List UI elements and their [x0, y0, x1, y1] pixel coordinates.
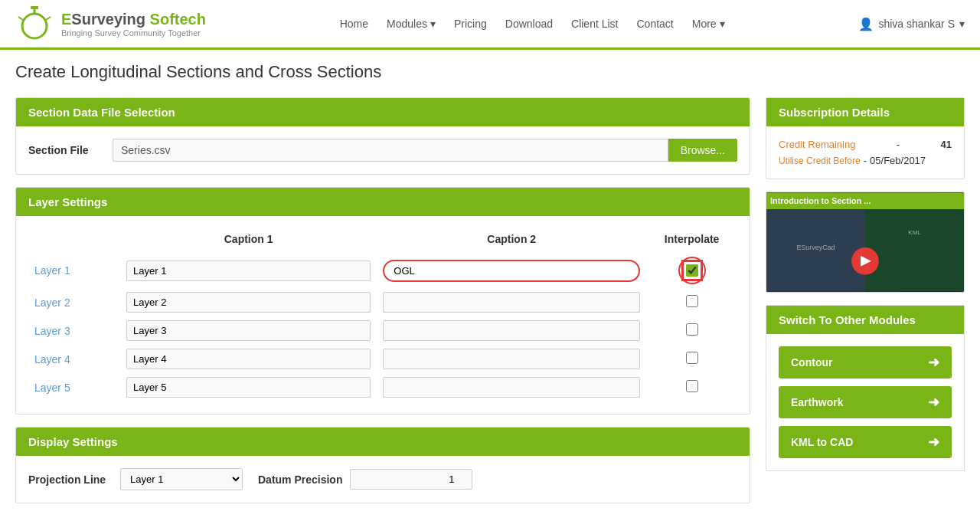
section-file-label: Section File	[28, 144, 105, 156]
arrow-icon: ➜	[928, 354, 939, 371]
svg-rect-4	[31, 6, 38, 9]
svg-line-2	[18, 17, 23, 20]
video-bg: Introduction to Section ... ESurveyCad K…	[766, 192, 964, 292]
module-btn-earthwork[interactable]: Earthwork➜	[779, 386, 952, 418]
nav-more[interactable]: More ▾	[692, 18, 725, 30]
layer-caption2-input-2[interactable]	[383, 292, 640, 313]
interpolate-highlight-1	[678, 257, 706, 284]
table-row: Layer 3	[28, 316, 737, 345]
user-menu[interactable]: 👤 shiva shankar S ▾	[858, 17, 965, 31]
interpolate-checkbox-5[interactable]	[686, 380, 698, 392]
layer-caption1-5	[120, 373, 377, 401]
module-label: KML to CAD	[791, 436, 853, 448]
switch-modules-body: Contour➜Earthwork➜KML to CAD➜	[766, 334, 964, 470]
svg-point-0	[22, 14, 47, 38]
layer-interpolate-2	[646, 288, 737, 316]
credit-row: Credit Remaining - 41	[779, 139, 952, 150]
chevron-down-icon: ▾	[720, 18, 725, 30]
nav-pricing[interactable]: Pricing	[454, 18, 487, 30]
layer-caption1-3	[120, 316, 377, 345]
svg-text:Introduction to Section ...: Introduction to Section ...	[770, 196, 871, 205]
layer-caption2-input-1[interactable]	[383, 260, 640, 282]
user-icon: 👤	[858, 17, 874, 31]
layer-caption1-input-2[interactable]	[126, 292, 371, 313]
interpolate-checkbox-2[interactable]	[686, 295, 698, 307]
module-btn-contour[interactable]: Contour➜	[779, 346, 952, 378]
switch-modules-card: Switch To Other Modules Contour➜Earthwor…	[766, 305, 965, 471]
interpolate-checkbox-3[interactable]	[686, 323, 698, 336]
layer-interpolate-4	[646, 345, 737, 373]
layer-interpolate-1	[646, 253, 737, 288]
subscription-body: Credit Remaining - 41 Utilise Credit Bef…	[766, 126, 964, 179]
username: shiva shankar S	[878, 18, 955, 30]
arrow-icon: ➜	[928, 394, 939, 411]
right-column: Subscription Details Credit Remaining - …	[766, 97, 965, 516]
layer-label-5: Layer 5	[28, 373, 120, 401]
video-frame-svg: Introduction to Section ... ESurveyCad K…	[766, 192, 964, 292]
video-inner: Introduction to Section ... ESurveyCad K…	[766, 192, 964, 292]
file-input-display: Series.csv	[113, 139, 668, 162]
display-settings-body: Projection Line Layer 1Layer 2Layer 3Lay…	[16, 456, 750, 503]
switch-modules-header: Switch To Other Modules	[766, 306, 964, 334]
subscription-header: Subscription Details	[766, 98, 964, 126]
table-row: Layer 2	[28, 288, 737, 316]
subscription-card: Subscription Details Credit Remaining - …	[766, 97, 965, 179]
credit-label: Credit Remaining	[779, 139, 855, 150]
projection-line-select[interactable]: Layer 1Layer 2Layer 3Layer 4Layer 5	[120, 468, 243, 490]
brand-name: ESurveying Softech	[61, 11, 206, 28]
layer-caption1-input-1[interactable]	[126, 260, 371, 281]
datum-precision-label: Datum Precision	[258, 473, 342, 486]
video-card: Introduction to Section ... ESurveyCad K…	[766, 192, 965, 293]
utilise-dash: -	[864, 155, 867, 166]
layer-caption2-input-3[interactable]	[383, 320, 640, 341]
brand-e: E	[61, 11, 71, 28]
datum-precision-field: Datum Precision	[258, 469, 472, 490]
layer-label-3: Layer 3	[28, 316, 120, 345]
section-data-body: Section File Series.csv Browse...	[16, 126, 750, 174]
display-settings-card: Display Settings Projection Line Layer 1…	[15, 427, 750, 503]
layer-table: Caption 1 Caption 2 Interpolate Layer 1L…	[28, 228, 737, 401]
datum-precision-input[interactable]	[350, 469, 472, 490]
layer-settings-card: Layer Settings Caption 1 Caption 2 Inter…	[15, 187, 750, 415]
layer-settings-body: Caption 1 Caption 2 Interpolate Layer 1L…	[16, 216, 750, 414]
layer-caption1-input-4[interactable]	[126, 349, 371, 369]
brand-tagline: Bringing Survey Community Together	[61, 28, 206, 38]
interpolate-checkbox-4[interactable]	[686, 352, 698, 364]
nav-home[interactable]: Home	[340, 18, 368, 30]
layer-caption1-input-3[interactable]	[126, 320, 371, 341]
nav-contact[interactable]: Contact	[637, 18, 674, 30]
layer-caption2-input-4[interactable]	[383, 349, 640, 369]
col-interpolate: Interpolate	[646, 228, 737, 253]
interpolate-checkbox-1[interactable]	[686, 264, 698, 277]
module-label: Earthwork	[791, 396, 843, 408]
svg-text:KML: KML	[908, 229, 921, 236]
credit-value: 41	[941, 139, 952, 150]
section-file-row: Section File Series.csv Browse...	[28, 139, 737, 162]
layer-caption2-input-5[interactable]	[383, 377, 640, 398]
brand-softech: Softech	[145, 11, 206, 28]
layer-interpolate-5	[646, 373, 737, 401]
user-dropdown-icon: ▾	[959, 18, 965, 30]
layer-caption1-2	[120, 288, 377, 316]
layer-caption2-5	[377, 373, 646, 401]
svg-line-3	[46, 17, 51, 20]
table-row: Layer 1	[28, 253, 737, 288]
layer-caption2-4	[377, 345, 646, 373]
video-thumbnail[interactable]: Introduction to Section ... ESurveyCad K…	[766, 192, 964, 292]
nav-client-list[interactable]: Client List	[571, 18, 618, 30]
module-btn-kml-to-cad[interactable]: KML to CAD➜	[779, 426, 952, 458]
layer-settings-header: Layer Settings	[16, 188, 750, 216]
nav-download[interactable]: Download	[505, 18, 553, 30]
page-title: Create Longitudinal Sections and Cross S…	[0, 50, 980, 82]
display-form: Projection Line Layer 1Layer 2Layer 3Lay…	[28, 468, 737, 490]
arrow-icon: ➜	[928, 434, 939, 451]
layer-caption2-3	[377, 316, 646, 345]
layer-caption1-input-5[interactable]	[126, 377, 371, 398]
layer-caption1-4	[120, 345, 377, 373]
layer-caption1-1	[120, 253, 377, 288]
left-column: Section Data File Selection Section File…	[15, 97, 750, 516]
layer-label-2: Layer 2	[28, 288, 120, 316]
nav-modules[interactable]: Modules ▾	[387, 18, 436, 30]
nav-links: Home Modules ▾ Pricing Download Client L…	[340, 18, 725, 30]
browse-button[interactable]: Browse...	[668, 139, 737, 162]
